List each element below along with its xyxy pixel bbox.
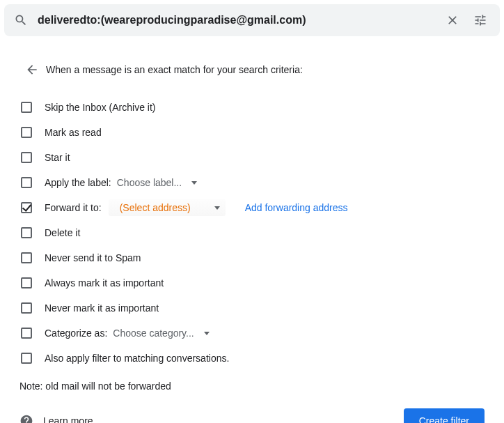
tune-icon [473,13,487,27]
option-categorize: Categorize as: Choose category... [19,321,485,346]
search-input[interactable] [36,13,439,27]
search-bar [4,4,500,36]
checkbox-categorize[interactable] [21,328,32,339]
option-never-spam: Never send it to Spam [19,245,485,270]
forward-placeholder: (Select address) [120,202,191,213]
checkbox-apply-label[interactable] [21,177,32,188]
checkbox-always-important[interactable] [21,277,32,289]
option-mark-read: Mark as read [19,120,485,145]
note-text: Note: old mail will not be forwarded [19,380,485,392]
label-also-apply: Also apply filter to matching conversati… [45,353,229,364]
label-apply-label: Apply the label: [45,177,111,188]
checkbox-star[interactable] [21,152,32,163]
select-forward-address[interactable]: (Select address) [109,199,226,216]
option-forward: Forward it to: (Select address) Add forw… [19,195,485,220]
label-categorize: Categorize as: [45,328,107,339]
option-also-apply: Also apply filter to matching conversati… [19,346,485,371]
option-apply-label: Apply the label: Choose label... [19,170,485,195]
option-skip-inbox: Skip the Inbox (Archive it) [19,95,485,120]
label-skip-inbox: Skip the Inbox (Archive it) [45,102,156,113]
search-icon [14,13,28,27]
learn-more-link[interactable]: Learn more [19,414,93,423]
panel-header: When a message is an exact match for you… [46,64,303,75]
filter-panel: When a message is an exact match for you… [0,36,504,423]
chevron-down-icon [204,332,210,335]
chevron-down-icon [191,181,197,185]
create-filter-button[interactable]: Create filter [404,408,485,423]
help-icon [19,414,33,423]
checkbox-never-spam[interactable] [21,252,32,263]
checkbox-skip-inbox[interactable] [21,102,32,113]
checkbox-also-apply[interactable] [21,353,32,364]
close-icon [446,13,459,27]
checkbox-forward[interactable] [21,202,32,213]
label-star: Star it [45,152,70,163]
select-category-text: Choose category... [113,328,194,339]
add-forwarding-address-link[interactable]: Add forwarding address [245,202,348,213]
option-always-important: Always mark it as important [19,270,485,295]
select-label[interactable]: Choose label... [117,177,197,188]
checkbox-never-important[interactable] [21,302,32,314]
back-button[interactable] [19,57,45,82]
select-category[interactable]: Choose category... [113,328,209,339]
checkbox-mark-read[interactable] [21,127,32,138]
label-forward: Forward it to: [45,202,102,213]
label-always-important: Always mark it as important [45,277,164,289]
arrow-back-icon [25,63,39,77]
search-options-button[interactable] [466,6,494,34]
label-never-spam: Never send it to Spam [45,252,141,263]
label-delete: Delete it [45,227,80,238]
checkbox-delete[interactable] [21,227,32,238]
label-mark-read: Mark as read [45,127,102,138]
option-star: Star it [19,145,485,170]
clear-search-button[interactable] [439,6,466,34]
option-never-important: Never mark it as important [19,295,485,321]
label-never-important: Never mark it as important [45,302,159,314]
option-delete: Delete it [19,220,485,245]
learn-more-text: Learn more [43,415,93,423]
select-label-text: Choose label... [117,177,182,188]
chevron-down-icon [214,206,220,210]
